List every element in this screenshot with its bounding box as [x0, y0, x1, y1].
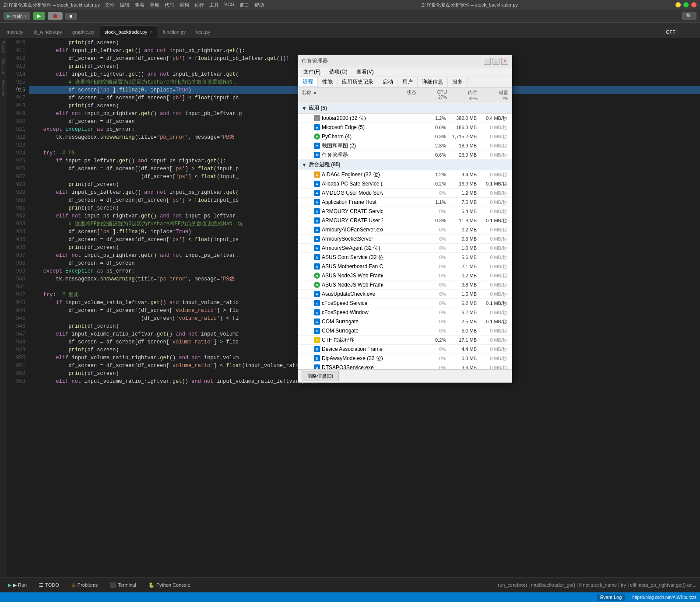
- todo-panel-tab[interactable]: ☰ TODO: [35, 581, 63, 590]
- list-item[interactable]: A Application Frame Host 1.1% 7.5 MB 0 M…: [298, 198, 512, 207]
- list-item[interactable]: A Alibaba PC Safe Service (32 … 0.2% 16.…: [298, 179, 512, 189]
- list-item[interactable]: T CTF 加载程序 0.2% 17.1 MB 0 MB/秒: [298, 336, 512, 345]
- search-button[interactable]: 🔍: [682, 12, 696, 20]
- tm-group-background[interactable]: ▼ 后台进程 (85): [298, 160, 512, 170]
- list-item[interactable]: c cFosSpeed Window 0% 6.2 MB 0 MB/秒: [298, 308, 512, 317]
- tm-menu-file[interactable]: 文件(F): [300, 67, 324, 77]
- appframehost-icon: A: [314, 199, 320, 205]
- run-panel-tab[interactable]: ▶ ▶ Run: [4, 581, 31, 590]
- tab-function[interactable]: function.py: [158, 25, 190, 38]
- tm-col-cpu[interactable]: CPU27%: [418, 88, 449, 102]
- sidebar-project[interactable]: Project: [0, 40, 7, 54]
- tab-close-icon[interactable]: ×: [150, 29, 153, 34]
- taskmgr-icon: ⚙: [314, 152, 320, 158]
- tm-group-apps[interactable]: ▼ 应用 (5): [298, 103, 512, 114]
- list-item[interactable]: P PyCharm (4) 0.3% 1,715.2 MB 0 MB/秒: [298, 132, 512, 141]
- tab-stock-backtrader-label: stock_backtrader.py: [105, 29, 148, 35]
- list-item[interactable]: ✂ 截图和草图 (2) 2.8% 18.9 MB 0 MB/秒: [298, 141, 512, 150]
- list-item[interactable]: N ASUS NodeJS Web Framewo… 0% 0.2 MB 0 M…: [298, 271, 512, 280]
- run-config[interactable]: ▶ main ▾: [4, 12, 30, 20]
- tm-maximize-btn[interactable]: □: [492, 58, 499, 65]
- tm-col-status[interactable]: 状态: [383, 88, 418, 102]
- list-item[interactable]: D Device Association Framewo… 0% 4.4 MB …: [298, 345, 512, 354]
- python-console-tab[interactable]: 🐍 Python Console: [144, 581, 195, 590]
- list-item[interactable]: A ArmourySwAgent (32 位) 0% 1.0 MB 0 MB/秒: [298, 244, 512, 253]
- tm-menu-options[interactable]: 选项(O): [326, 67, 351, 77]
- list-item[interactable]: N ASUS NodeJS Web Framewo… 0% 9.8 MB 0 M…: [298, 280, 512, 290]
- list-item[interactable]: A AsusUpdateCheck.exe 0% 1.5 MB 0 MB/秒: [298, 290, 512, 299]
- event-log-label[interactable]: Event Log: [597, 594, 626, 601]
- bottom-panel: ▶ ▶ Run ☰ TODO ⚠ Problems ⬛ Terminal 🐍 P…: [0, 577, 700, 592]
- menu-tools[interactable]: 工具: [209, 2, 219, 8]
- menu-window[interactable]: 窗口: [239, 2, 249, 8]
- tm-tab-performance[interactable]: 性能: [318, 77, 338, 87]
- list-item[interactable]: D DipAwayMode.exe (32 位) 0% 0.3 MB 0 MB/…: [298, 354, 512, 363]
- asus-com-icon: A: [314, 254, 320, 260]
- tm-process-list[interactable]: ▼ 应用 (5) ♪ foobar2000 (32 位) 1.2% 382.0 …: [298, 103, 512, 369]
- list-item[interactable]: C COM Surrogate 0% 5.0 MB 0 MB/秒: [298, 326, 512, 336]
- tm-close-btn[interactable]: ×: [501, 58, 508, 65]
- menu-vcs[interactable]: VCS: [224, 2, 234, 8]
- list-item[interactable]: A ASUS Motherboard Fan Cont… 0% 2.1 MB 0…: [298, 262, 512, 271]
- tm-col-memory[interactable]: 内存42%: [449, 88, 479, 102]
- list-item[interactable]: D DTSAPO3Service.exe 0% 3.6 MB 0 MB/秒: [298, 363, 512, 369]
- minimize-btn[interactable]: [675, 2, 681, 7]
- tm-tab-process[interactable]: 进程: [298, 77, 318, 88]
- maximize-btn[interactable]: [683, 2, 689, 7]
- sidebar-structure[interactable]: Structure: [0, 57, 7, 75]
- tab-graphic-label: graphic.py: [72, 29, 95, 35]
- menu-help[interactable]: 帮助: [254, 2, 264, 8]
- edge-icon: e: [314, 124, 320, 130]
- list-item[interactable]: A ArmourySocketServer 0% 0.3 MB 0 MB/秒: [298, 234, 512, 244]
- list-item[interactable]: A ArmouryAIOFanServer.exe (3… 0% 0.2 MB …: [298, 225, 512, 234]
- tm-tab-app-history[interactable]: 应用历史记录: [338, 77, 378, 87]
- menu-file[interactable]: 文件: [105, 2, 115, 8]
- problems-panel-tab[interactable]: ⚠ Problems: [67, 581, 102, 590]
- tab-stock-backtrader[interactable]: stock_backtrader.py ×: [100, 25, 158, 38]
- window-title: ZHY量化复盘分析软件 – stock_backtrader.py: [264, 2, 675, 8]
- list-item[interactable]: A AIDA64 Engineer (32 位) 1.2% 9.4 MB 0 M…: [298, 170, 512, 179]
- tab-graphic[interactable]: graphic.py: [67, 25, 99, 38]
- tm-tab-details[interactable]: 详细信息: [418, 77, 448, 87]
- menu-navigate[interactable]: 导航: [150, 2, 159, 8]
- list-item[interactable]: c cFosSpeed Service 0% 6.2 MB 0.1 MB/秒: [298, 299, 512, 308]
- menu-code[interactable]: 代码: [165, 2, 174, 8]
- terminal-panel-tab[interactable]: ⬛ Terminal: [106, 581, 141, 590]
- tm-col-name[interactable]: 名称 ▲: [300, 88, 383, 102]
- toolbar: ▶ main ▾ ▶ 🐞 ■ 🔍 OFF: [0, 10, 700, 23]
- list-item[interactable]: C COM Surrogate 0% 2.5 MB 0.1 MB/秒: [298, 317, 512, 326]
- list-item[interactable]: A ARMOURY CRATE Service 0% 5.4 MB 0 MB/秒: [298, 207, 512, 216]
- tab-main[interactable]: main.py: [2, 25, 28, 38]
- line-numbers: 910 911 912 913 914 915 916 917 918 919 …: [7, 38, 29, 587]
- list-item[interactable]: A AMDLOG User Mode Service 0% 1.2 MB 0 M…: [298, 189, 512, 198]
- menu-view[interactable]: 查看: [135, 2, 144, 8]
- tm-summary-button[interactable]: 简略信息(D): [302, 371, 339, 381]
- tab-test[interactable]: test.py: [191, 25, 215, 38]
- tm-minimize-btn[interactable]: ─: [484, 58, 491, 65]
- sidebar-favorites[interactable]: Favorites: [0, 79, 7, 97]
- collapse-bg-icon: ▼: [302, 162, 307, 168]
- list-item[interactable]: A ARMOURY CRATE User Sessi… 0.3% 11.8 MB…: [298, 216, 512, 225]
- close-btn[interactable]: [691, 2, 696, 7]
- menu-edit[interactable]: 编辑: [120, 2, 130, 8]
- terminal-tab-label: Terminal: [118, 582, 136, 588]
- list-item[interactable]: ⚙ 任务管理器 0.6% 23.9 MB 0 MB/秒: [298, 150, 512, 160]
- tm-tab-startup[interactable]: 启动: [378, 77, 398, 87]
- stop-button[interactable]: ■: [65, 13, 77, 20]
- aida64-icon: A: [314, 172, 320, 178]
- debug-button[interactable]: 🐞: [48, 12, 63, 20]
- tab-tk-window[interactable]: tk_window.py: [29, 25, 67, 38]
- asus-nodejs1-icon: N: [314, 273, 320, 279]
- list-item[interactable]: e Microsoft Edge (5) 0.6% 186.3 MB 0 MB/…: [298, 123, 512, 132]
- menu-refactor[interactable]: 重构: [179, 2, 189, 8]
- tm-window-controls: ─ □ ×: [484, 58, 508, 65]
- tm-menu-view[interactable]: 查看(V): [353, 67, 377, 77]
- tm-tab-users[interactable]: 用户: [398, 77, 418, 87]
- menu-run[interactable]: 运行: [194, 2, 204, 8]
- foobar-icon: ♪: [314, 115, 320, 121]
- tm-tab-services[interactable]: 服务: [448, 77, 468, 87]
- run-button[interactable]: ▶: [33, 12, 45, 20]
- list-item[interactable]: A ASUS Com Service (32 位) 0% 5.6 MB 0 MB…: [298, 253, 512, 262]
- list-item[interactable]: ♪ foobar2000 (32 位) 1.2% 382.0 MB 0.4 MB…: [298, 114, 512, 123]
- tm-col-disk[interactable]: 磁盘1%: [479, 88, 510, 102]
